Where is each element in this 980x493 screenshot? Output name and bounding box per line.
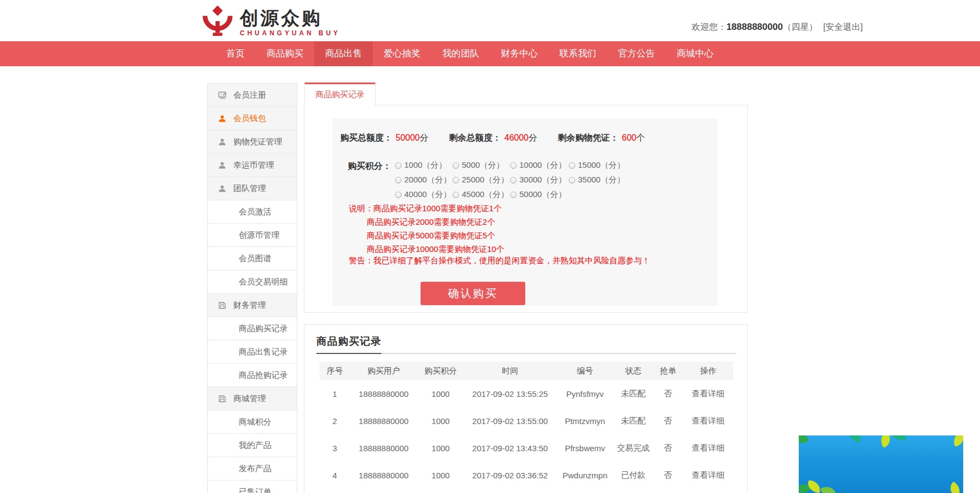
leaf-icon	[848, 435, 863, 443]
purchase-records-panel: 商品购买记录 序号购买用户购买积分时间编号状态抢单操作 118888880000…	[304, 324, 748, 493]
cell-status: 已付款	[614, 462, 653, 489]
radio-icon[interactable]	[510, 162, 517, 169]
point-option-label: 50000（分）	[519, 189, 567, 200]
table-row: 21888888000010002017-09-02 13:55:00Ptmtz…	[320, 407, 733, 434]
sidebar-item[interactable]: 会员注册	[208, 84, 297, 107]
point-option[interactable]: 1000（分）	[395, 160, 453, 170]
user-level: （四星）	[783, 22, 818, 31]
radio-icon[interactable]	[395, 162, 402, 169]
radio-icon[interactable]	[510, 177, 517, 184]
point-option[interactable]: 10000（分）	[510, 160, 569, 170]
point-option[interactable]: 45000（分）	[453, 189, 510, 200]
radio-icon[interactable]	[569, 162, 575, 169]
person-icon	[218, 184, 227, 193]
point-option-label: 20000（分）	[404, 175, 451, 185]
nav-item[interactable]: 爱心抽奖	[373, 41, 431, 66]
sidebar-item[interactable]: 会员激活	[208, 200, 297, 224]
nav-item[interactable]: 财务中心	[490, 41, 549, 66]
sidebar-item[interactable]: 幸运币管理	[208, 154, 297, 177]
column-header: 状态	[614, 362, 653, 380]
point-option[interactable]: 40000（分）	[395, 189, 453, 200]
confirm-purchase-button[interactable]: 确认购买	[421, 282, 525, 305]
point-option[interactable]: 25000（分）	[453, 175, 510, 185]
view-detail-link[interactable]: 查看详细	[683, 462, 733, 489]
summary-item: 剩余购物凭证：600个	[558, 133, 645, 142]
note-line: 商品购买记录10000需要购物凭证10个	[349, 242, 504, 256]
sidebar-item[interactable]: 商品出售记录	[208, 340, 297, 364]
sidebar-item-label: 团队管理	[233, 184, 266, 194]
cell-time: 2017-09-02 13:55:25	[464, 380, 556, 407]
cell-code: Pynfsfmyv	[556, 380, 614, 407]
nav-item[interactable]: 商品购买	[256, 41, 314, 66]
summary-row: 购买总额度：50000分剩余总额度：46000分剩余购物凭证：600个	[333, 118, 718, 144]
summary-item: 购买总额度：50000分	[340, 133, 429, 142]
table-row: 31888888000010002017-09-02 13:43:50Pfrsb…	[320, 434, 733, 462]
point-option-label: 35000（分）	[578, 175, 625, 185]
sidebar-item[interactable]: 商品购买记录	[208, 317, 297, 340]
radio-icon[interactable]	[395, 192, 402, 198]
sidebar-item[interactable]: 我的产品	[208, 434, 297, 457]
radio-icon[interactable]	[395, 177, 402, 184]
nav-item[interactable]: 我的团队	[431, 41, 490, 66]
nav-item[interactable]: 联系我们	[549, 41, 607, 66]
note-line: 商品购买记录5000需要购物凭证5个	[349, 229, 504, 242]
cell-grab: 否	[653, 380, 683, 407]
table-row: 11888888000010002017-09-02 13:55:25Pynfs…	[320, 380, 733, 407]
nav-item[interactable]: 商品出售	[314, 41, 373, 66]
radio-icon[interactable]	[453, 177, 459, 184]
cell-points: 1000	[417, 462, 464, 489]
radio-icon[interactable]	[510, 192, 517, 198]
summary-value: 46000	[505, 133, 529, 142]
point-option[interactable]: 35000（分）	[569, 175, 635, 185]
point-option-label: 10000（分）	[519, 160, 567, 170]
table-body: 11888888000010002017-09-02 13:55:25Pynfs…	[320, 380, 733, 489]
point-option[interactable]: 15000（分）	[569, 160, 635, 170]
radio-icon[interactable]	[569, 177, 575, 184]
promo-banner[interactable]	[799, 435, 963, 493]
view-detail-link[interactable]: 查看详细	[683, 434, 733, 462]
sidebar-item[interactable]: 会员钱包	[208, 107, 297, 130]
sidebar-item[interactable]: 购物凭证管理	[208, 130, 297, 154]
leaf-icon	[878, 435, 893, 448]
cell-time: 2017-09-02 13:43:50	[464, 434, 556, 462]
cell-seq: 3	[320, 434, 350, 462]
view-detail-link[interactable]: 查看详细	[683, 407, 733, 434]
summary-label: 剩余总额度：	[449, 133, 501, 142]
radio-icon[interactable]	[453, 192, 459, 198]
sidebar-item[interactable]: 商城积分	[208, 410, 297, 434]
leaf-icon	[799, 435, 809, 446]
sidebar-item[interactable]: 商品抢购记录	[208, 364, 297, 387]
nav-item[interactable]: 首页	[215, 41, 256, 66]
sidebar-item[interactable]: 创源币管理	[208, 224, 297, 247]
logout-link[interactable]: [安全退出]	[823, 22, 863, 31]
sidebar-item[interactable]: 商城管理	[208, 387, 297, 410]
point-option[interactable]: 20000（分）	[395, 175, 453, 185]
sidebar-item[interactable]: 会员图谱	[208, 247, 297, 270]
column-header: 序号	[320, 362, 350, 380]
sidebar-item[interactable]: 会员交易明细	[208, 270, 297, 294]
sidebar-item-label: 已售订单	[239, 487, 271, 493]
cell-seq: 1	[320, 380, 350, 407]
purchase-form-box: 购买总额度：50000分剩余总额度：46000分剩余购物凭证：600个 购买积分…	[333, 118, 718, 306]
point-option[interactable]: 5000（分）	[453, 160, 510, 170]
tab-purchase-record[interactable]: 商品购买记录	[304, 83, 376, 105]
logo-title: 创源众购	[240, 8, 340, 28]
sidebar-item[interactable]: 团队管理	[208, 177, 297, 200]
view-detail-link[interactable]: 查看详细	[683, 380, 733, 407]
cell-status: 交易完成	[614, 434, 653, 462]
sidebar-item-label: 商城管理	[233, 394, 266, 404]
cell-points: 1000	[417, 407, 464, 434]
radio-icon[interactable]	[453, 162, 459, 169]
sidebar-item-label: 发布产品	[239, 464, 271, 474]
table-title: 商品购买记录	[316, 334, 381, 349]
nav-item[interactable]: 官方公告	[607, 41, 666, 66]
sidebar-item[interactable]: 财务管理	[208, 294, 297, 317]
point-option[interactable]: 50000（分）	[510, 189, 569, 200]
sidebar-item[interactable]: 已售订单	[208, 481, 297, 493]
cell-seq: 4	[320, 462, 350, 489]
point-option[interactable]: 30000（分）	[510, 175, 569, 185]
purchase-form-panel: 购买总额度：50000分剩余总额度：46000分剩余购物凭证：600个 购买积分…	[304, 105, 748, 313]
sidebar-item[interactable]: 发布产品	[208, 457, 297, 481]
nav-item[interactable]: 商城中心	[666, 41, 724, 66]
sidebar-menu: 会员注册会员钱包购物凭证管理幸运币管理团队管理会员激活创源币管理会员图谱会员交易…	[207, 83, 297, 493]
